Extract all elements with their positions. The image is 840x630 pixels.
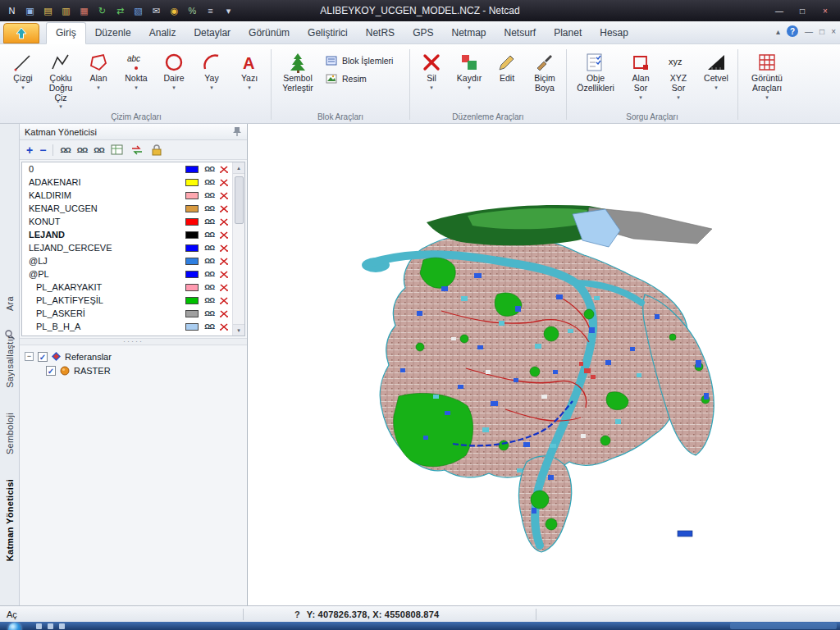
layer-transfer-icon[interactable] (130, 144, 144, 156)
layer-visibility-icon[interactable]: ΩΩ (204, 283, 214, 291)
ribbon-tab[interactable]: Hesap (591, 23, 637, 43)
tree-row-raster[interactable]: ✓ RASTER (25, 363, 242, 377)
qat-dropdown-icon[interactable]: ▾ (221, 4, 235, 18)
layer-row[interactable]: KENAR_UCGEN ΩΩ (22, 202, 244, 215)
layer-row[interactable]: ADAKENARI ΩΩ (22, 176, 244, 189)
ribbon-tab[interactable]: GPS (404, 23, 442, 43)
layer-visibility-icon[interactable]: ΩΩ (204, 165, 214, 173)
doc-close-icon[interactable]: × (831, 27, 836, 36)
resim-button[interactable]: Resim (322, 71, 407, 86)
lock-icon[interactable] (150, 144, 163, 156)
ribbon-tab[interactable]: NetRS (357, 23, 404, 43)
maximize-button[interactable]: □ (791, 3, 814, 18)
transfer-icon[interactable]: ⇄ (113, 4, 127, 18)
ribbon-tab[interactable]: Detaylar (185, 23, 240, 43)
taskbar-app-icon[interactable] (36, 623, 42, 629)
scroll-down-icon[interactable]: ▾ (233, 324, 244, 336)
hide-all-layers-icon[interactable]: ΩΩ (77, 146, 87, 154)
layer-row[interactable]: 0 ΩΩ (22, 162, 244, 176)
ribbon-tab[interactable]: Görünüm (240, 23, 299, 43)
side-tab-semboloji[interactable]: Semboloji (5, 413, 15, 454)
layer-row[interactable]: PL_ASKERİ ΩΩ (22, 307, 244, 320)
layer-row[interactable]: PL_AKTİFYEŞİL ΩΩ (22, 294, 244, 307)
layer-plot-off-icon[interactable] (219, 204, 229, 213)
layer-color-swatch[interactable] (185, 271, 199, 278)
ribbon-tab[interactable]: Geliştirici (299, 23, 357, 43)
layer-row[interactable]: PL_B_H_A ΩΩ (22, 320, 244, 333)
layer-visibility-icon[interactable]: ΩΩ (204, 309, 214, 317)
layer-row[interactable]: KONUT ΩΩ (22, 215, 244, 228)
map-viewport[interactable] (248, 124, 840, 605)
yazi-button[interactable]: A Yazı ▾ (231, 48, 268, 111)
panel-splitter[interactable]: ····· (20, 338, 247, 345)
layer-color-swatch[interactable] (185, 166, 199, 173)
scrollbar-thumb[interactable] (235, 176, 244, 224)
doc-minimize-icon[interactable]: — (805, 27, 813, 36)
tree-row-referanslar[interactable]: − ✓ Referanslar (25, 349, 242, 363)
ribbon-tab[interactable]: Giriş (46, 22, 86, 44)
edit-button[interactable]: Edit (488, 48, 526, 111)
netcad-app-icon[interactable]: N (5, 4, 19, 18)
cetvel-button[interactable]: Cetvel ▾ (697, 48, 735, 111)
layer-visibility-icon[interactable]: ΩΩ (204, 257, 214, 265)
layer-visibility-icon[interactable]: ΩΩ (204, 244, 214, 252)
layer-plot-off-icon[interactable] (219, 165, 229, 174)
layer-plot-off-icon[interactable] (219, 296, 229, 305)
layer-table-icon[interactable] (111, 144, 124, 156)
layer-visibility-icon[interactable]: ΩΩ (204, 322, 214, 331)
nokta-button[interactable]: abc Nokta ▾ (117, 48, 155, 111)
kaydir-button[interactable]: Kaydır ▾ (450, 48, 488, 111)
layer-visibility-icon[interactable]: ΩΩ (204, 191, 214, 199)
application-menu-button[interactable] (3, 23, 39, 43)
layer-plot-off-icon[interactable] (219, 309, 229, 318)
start-button[interactable] (8, 623, 21, 630)
taskbar-app-icon[interactable] (48, 623, 53, 629)
yay-button[interactable]: Yay ▾ (193, 48, 231, 111)
scroll-up-icon[interactable]: ▴ (233, 162, 244, 174)
system-tray[interactable] (730, 623, 837, 629)
ribbon-tab[interactable]: Analiz (140, 23, 185, 43)
layer-color-swatch[interactable] (185, 323, 199, 331)
pin-icon[interactable] (232, 126, 242, 137)
map-canvas[interactable] (345, 198, 722, 559)
goruntu-araclari-button[interactable]: Görüntü Araçları ▾ (741, 48, 793, 111)
layer-plot-off-icon[interactable] (219, 178, 229, 187)
cizgi-button[interactable]: Çizgi ▾ (4, 48, 42, 111)
alan-sor-button[interactable]: Alan Sor ▾ (622, 48, 660, 111)
layer-color-swatch[interactable] (185, 297, 199, 304)
alan-button[interactable]: Alan ▾ (80, 48, 117, 111)
layer-visibility-icon[interactable]: ΩΩ (204, 178, 214, 186)
xyz-sor-button[interactable]: xyz XYZ Sor ▾ (660, 48, 697, 111)
layer-plot-off-icon[interactable] (219, 257, 229, 266)
refresh-icon[interactable]: ↻ (95, 4, 109, 18)
layer-plot-off-icon[interactable] (219, 244, 229, 253)
referanslar-checkbox[interactable]: ✓ (38, 352, 48, 362)
mail-icon[interactable]: ✉ (149, 4, 163, 18)
layer-list-scrollbar[interactable]: ▴ ▾ (232, 162, 244, 336)
ribbon-tab[interactable]: Planet (545, 23, 591, 43)
layer-list[interactable]: ▴ ▾ 0 ΩΩ ADAKENARI ΩΩ (21, 162, 245, 336)
menu-icon[interactable]: ≡ (203, 4, 217, 18)
layer-color-swatch[interactable] (185, 218, 199, 226)
remove-layer-button[interactable]: − (39, 144, 46, 156)
layer-plot-off-icon[interactable] (219, 191, 229, 200)
layer-row[interactable]: @PL ΩΩ (22, 267, 244, 281)
raster-checkbox[interactable]: ✓ (46, 366, 56, 376)
layer-plot-off-icon[interactable] (219, 283, 229, 292)
open-folder-icon[interactable]: ▤ (41, 4, 55, 18)
ribbon-tab[interactable]: Netmap (442, 23, 495, 43)
sembol-yerlestir-button[interactable]: Sembol Yerleştir (274, 48, 322, 111)
layer-visibility-icon[interactable]: ΩΩ (204, 217, 214, 226)
layer-color-swatch[interactable] (185, 244, 199, 252)
layer-plot-off-icon[interactable] (219, 231, 229, 240)
minimize-button[interactable]: — (768, 3, 791, 18)
layer-row[interactable]: KALDIRIM ΩΩ (22, 189, 244, 202)
layer-row[interactable]: PL_AKARYAKIT ΩΩ (22, 281, 244, 294)
obje-ozellikleri-button[interactable]: Obje Özellikleri (569, 48, 622, 111)
doc-maximize-icon[interactable]: □ (819, 27, 824, 36)
layer-row[interactable]: @LJ ΩΩ (22, 254, 244, 267)
toggle-layers-icon[interactable]: ΩΩ (94, 146, 103, 154)
taskbar-app-icon[interactable] (59, 623, 65, 629)
layer-row[interactable]: LEJAND_CERCEVE ΩΩ (22, 241, 244, 254)
close-button[interactable]: × (814, 3, 837, 18)
